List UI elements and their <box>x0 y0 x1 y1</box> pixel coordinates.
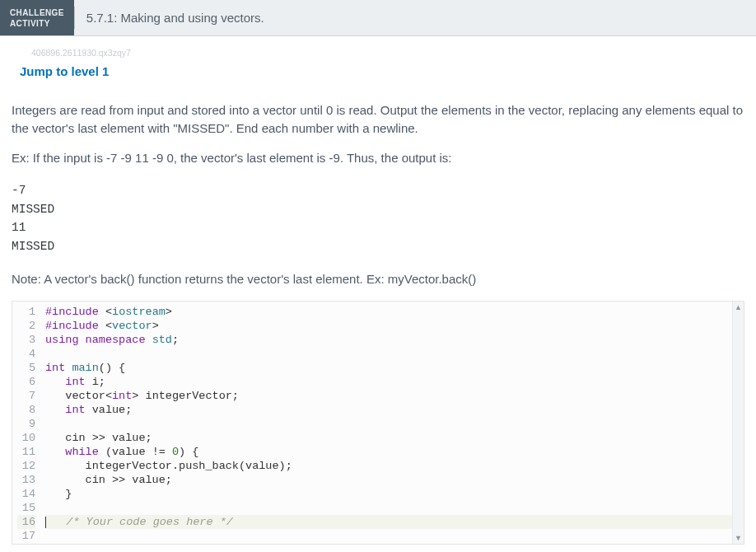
vertical-scrollbar[interactable]: ▲ ▼ <box>732 302 744 544</box>
scroll-down-arrow-icon[interactable]: ▼ <box>733 532 744 544</box>
challenge-label-line1: CHALLENGE <box>10 7 64 18</box>
editor-gutter: 1234567891011121314151617 <box>12 302 42 544</box>
watermark-id: 406896.2611930.qx3zqy7 <box>31 48 744 58</box>
header-bar: CHALLENGE ACTIVITY 5.7.1: Making and usi… <box>0 0 756 36</box>
editor-code-area[interactable]: #include <iostream>#include <vector>usin… <box>42 302 744 544</box>
page-title: 5.7.1: Making and using vectors. <box>75 0 276 35</box>
challenge-label-line2: ACTIVITY <box>10 18 64 29</box>
prompt-paragraph-2: Ex: If the input is -7 -9 11 -9 0, the v… <box>12 149 744 167</box>
code-editor[interactable]: 1234567891011121314151617 #include <iost… <box>12 301 744 545</box>
challenge-activity-badge: CHALLENGE ACTIVITY <box>0 0 74 35</box>
note-text: Note: A vector's back() function returns… <box>12 272 744 286</box>
content-area: 406896.2611930.qx3zqy7 Jump to level 1 I… <box>0 36 756 545</box>
scroll-up-arrow-icon[interactable]: ▲ <box>733 302 744 313</box>
jump-to-level-link[interactable]: Jump to level 1 <box>20 64 109 78</box>
example-output: -7 MISSED 11 MISSED <box>12 181 744 255</box>
prompt-paragraph-1: Integers are read from input and stored … <box>12 101 744 138</box>
